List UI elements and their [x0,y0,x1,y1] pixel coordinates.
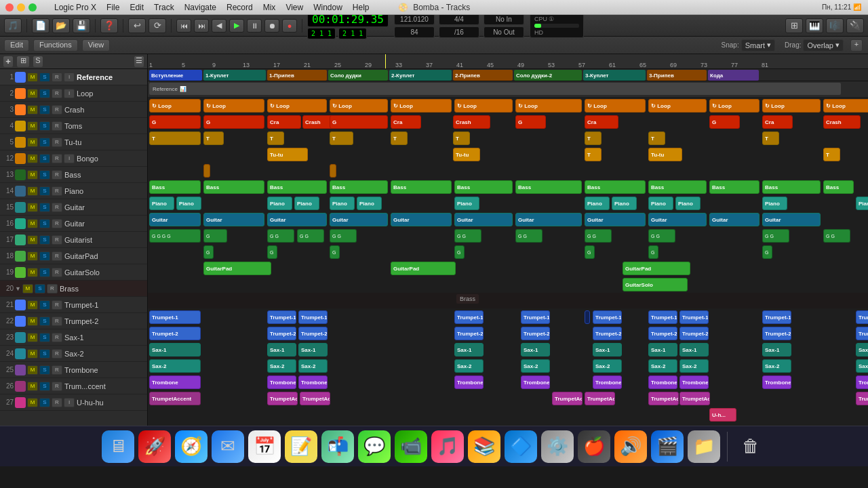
sax2-region-2[interactable]: Sax-2 [267,359,296,373]
edit-button[interactable]: Edit [4,39,29,52]
mute-16[interactable]: M [27,219,38,228]
trombone-region-10[interactable]: Trombone [856,375,868,389]
crash-region-6[interactable]: Cra [391,115,421,129]
rec-25[interactable]: R [52,365,62,375]
dock-itunes[interactable]: 🎵 [431,430,464,463]
solo-23[interactable]: S [39,333,50,342]
solo-25[interactable]: S [39,365,50,375]
sax1-region-1[interactable]: Sax-1 [149,343,201,357]
sax2-region-6[interactable]: Sax-2 [593,359,622,373]
track-row-4[interactable]: 4 M S R Toms [0,118,147,134]
fast-forward-button[interactable]: ⏭ [194,19,209,33]
solo-1[interactable]: S [39,73,50,82]
mute-25[interactable]: M [27,365,38,375]
guitar-region-10[interactable]: Guitar [709,213,760,226]
solo-14[interactable]: S [39,186,50,196]
rec-21[interactable]: R [52,300,62,310]
dock-facetime[interactable]: 📹 [395,430,427,463]
loop-region-11[interactable]: ↻ Loop [762,99,821,113]
bongo-region-2[interactable] [330,164,336,178]
guitar-region-7[interactable]: Guitar [515,213,582,226]
guitar-region-6[interactable]: Guitar [454,213,513,226]
guitar-midi-region-7[interactable]: G G [515,229,542,243]
solo-5[interactable]: S [39,138,50,147]
loop-region-2[interactable]: ↻ Loop [203,99,264,113]
guitar-region-11[interactable]: Guitar [762,213,821,226]
bongo-region-1[interactable] [203,164,210,178]
mute-27[interactable]: M [27,398,38,407]
piano-region-4[interactable]: Piano [294,197,319,210]
piano-roll-button[interactable]: 🎹 [806,18,823,33]
input-27[interactable]: I [64,398,75,407]
guitar-midi-region-10[interactable]: G G [762,229,789,243]
solo-3[interactable]: S [39,105,50,115]
rec-15[interactable]: R [52,203,62,212]
sax2-region-9[interactable]: Sax-2 [762,359,791,373]
sax2-region-3[interactable]: Sax-2 [298,359,328,373]
track-row-3[interactable]: 3 M S R Crash [0,102,147,118]
reference-region[interactable]: Reference 📊 [149,83,841,95]
toms-region-6[interactable]: T [453,131,470,145]
guitar-midi-region-3[interactable]: G G [267,229,294,243]
track-row-21[interactable]: 21 M S R Trumpet-1 [0,297,147,313]
stop-button[interactable]: ⏺ [264,19,279,33]
solo-2[interactable]: S [39,89,50,98]
piano-region-9[interactable]: Piano [612,197,637,210]
trombone-region-4[interactable]: Trombone [454,375,484,389]
rec-4[interactable]: R [52,121,62,131]
guitar-midi-region-5[interactable]: G G [330,229,357,243]
sax1-region-5[interactable]: Sax-1 [521,343,550,357]
dock-launchpad[interactable]: 🚀 [138,430,171,463]
logic-logo[interactable]: 🎵 [4,18,22,33]
rec-14[interactable]: R [52,186,62,196]
trumpetaccent-region-4[interactable]: TrumpetAccer [552,392,583,405]
bass-region-7[interactable]: Bass [515,180,582,194]
piano-region-13[interactable]: Piano [856,197,868,210]
track-row-12[interactable]: 12 M S R I Bongo [0,150,147,167]
trombone-region-2[interactable]: Trombone [267,375,296,389]
piano-region-1[interactable]: Piano [149,197,174,210]
track-row-18[interactable]: 18 M S R GuitarPad [0,248,147,264]
track-row-2[interactable]: 2 M S R I Loop [0,85,147,102]
loop-region-6[interactable]: ↻ Loop [454,99,513,113]
sax1-region-10[interactable]: Sax-1 [856,343,868,357]
bass-region-5[interactable]: Bass [391,180,452,194]
solo-27[interactable]: S [39,398,50,407]
trumpetaccent-region-3[interactable]: TrumpetAccent [300,392,330,405]
toms-region-3[interactable]: T [267,131,284,145]
trumpet2-region-6[interactable]: Trumpet-2 [593,327,622,340]
track-row-20[interactable]: 20 ▼ M S R Brass [0,281,147,297]
input-2[interactable]: I [64,89,75,98]
trumpet1-region-6[interactable] [585,310,590,324]
trumpet2-region-9[interactable]: Trumpet-2 [762,327,791,340]
mute-12[interactable]: M [27,154,38,163]
mute-23[interactable]: M [27,333,38,342]
guitar-midi-region-2[interactable]: G [203,229,227,243]
input-1[interactable]: I [64,73,75,82]
trumpet1-region-9[interactable]: Trumpet-1 [679,310,709,324]
tutu-region-3[interactable]: T [585,148,601,161]
trumpet2-region-7[interactable]: Trumpet-2 [648,327,677,340]
rec-1[interactable]: R [52,73,62,82]
crash-region-5[interactable]: G [330,115,388,129]
toms-region-1[interactable]: T [149,131,201,145]
menu-view[interactable]: View [285,3,303,12]
collapse-button[interactable]: ☰ [134,56,144,68]
maximize-button[interactable] [28,3,37,12]
dock-ibooks[interactable]: 📚 [468,430,500,463]
trumpetaccent-region-8[interactable]: TrumpetAccent [856,392,868,405]
toms-region-9[interactable]: T [762,131,779,145]
trumpet1-region-8[interactable]: Trumpet-1 [648,310,677,324]
rec-5[interactable]: R [52,138,62,147]
loop-region-12[interactable]: ↻ Loop [823,99,868,113]
trombone-region-6[interactable]: Trombone [593,375,622,389]
loop-region-5[interactable]: ↻ Loop [391,99,452,113]
bass-region-4[interactable]: Bass [330,180,388,194]
trombone-region-3[interactable]: Trombone [298,375,328,389]
solo-20[interactable]: S [35,284,45,293]
mute-18[interactable]: M [27,251,38,261]
record-button[interactable]: ● [282,19,297,33]
dock-appstore[interactable]: 🔷 [505,430,537,463]
trumpet2-region-1[interactable]: Trumpet-2 [149,327,201,340]
crash-region-7[interactable]: Crash [453,115,490,129]
